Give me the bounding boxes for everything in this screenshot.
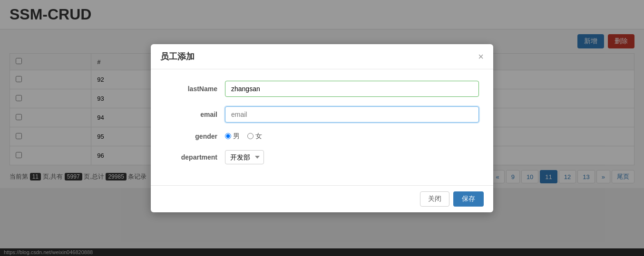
- modal-save-button[interactable]: 保存: [453, 191, 484, 207]
- modal-footer: 关闭 保存: [151, 185, 493, 212]
- gender-male-option[interactable]: 男: [225, 132, 240, 141]
- form-group-department: department 开发部测试部运维部市场部: [165, 150, 479, 164]
- gender-female-option[interactable]: 女: [247, 132, 262, 141]
- email-input[interactable]: [225, 106, 479, 123]
- email-label: email: [165, 111, 217, 118]
- add-employee-modal: 员工添加 × lastName email gender 男: [151, 44, 493, 212]
- gender-female-radio[interactable]: [247, 133, 254, 139]
- modal-header: 员工添加 ×: [151, 44, 493, 69]
- department-label: department: [165, 153, 217, 161]
- modal-body: lastName email gender 男 女: [151, 69, 493, 185]
- lastname-input[interactable]: [225, 81, 479, 97]
- department-select[interactable]: 开发部测试部运维部市场部: [225, 150, 264, 164]
- gender-male-radio[interactable]: [225, 133, 231, 139]
- gender-radio-group: 男 女: [225, 132, 262, 141]
- modal-footer-close-button[interactable]: 关闭: [420, 191, 449, 207]
- form-group-lastname: lastName: [165, 81, 479, 97]
- gender-female-label: 女: [255, 132, 262, 141]
- lastname-label: lastName: [165, 85, 217, 93]
- form-group-email: email: [165, 106, 479, 123]
- modal-title: 员工添加: [160, 51, 195, 62]
- modal-overlay: 员工添加 × lastName email gender 男: [0, 0, 644, 256]
- form-group-gender: gender 男 女: [165, 132, 479, 141]
- gender-male-label: 男: [233, 132, 240, 141]
- gender-label: gender: [165, 133, 217, 140]
- modal-close-button[interactable]: ×: [478, 52, 484, 61]
